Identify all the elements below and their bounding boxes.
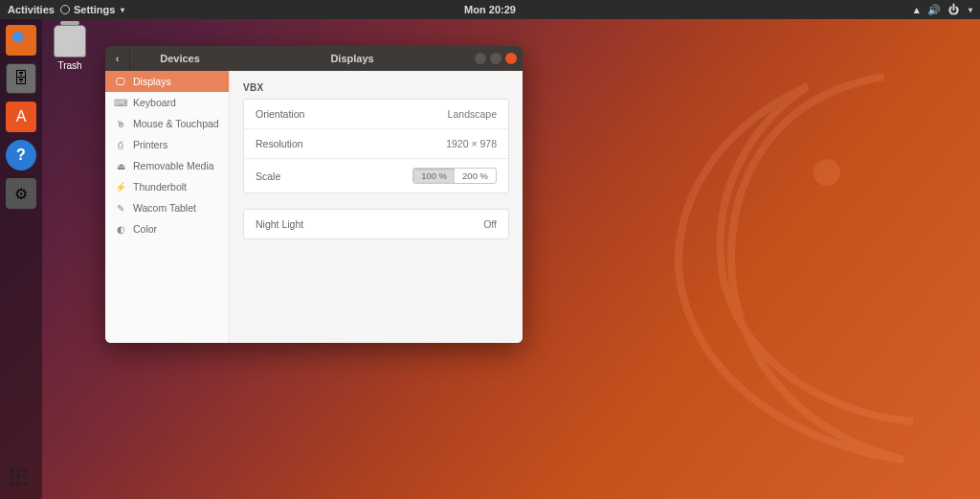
resolution-row[interactable]: Resolution 1920 × 978 bbox=[244, 129, 508, 159]
sidebar-item-label: Mouse & Touchpad bbox=[133, 118, 219, 129]
nightlight-row[interactable]: Night Light Off bbox=[244, 210, 508, 238]
window-title: Displays bbox=[230, 53, 475, 64]
scale-row: Scale 100 %200 % bbox=[244, 159, 508, 193]
trash-icon bbox=[54, 25, 86, 57]
sidebar-item-label: Removable Media bbox=[133, 160, 214, 171]
sidebar-item-displays[interactable]: 🖵Displays bbox=[105, 71, 229, 92]
sidebar-item-color[interactable]: ◐Color bbox=[105, 218, 229, 239]
nightlight-value: Off bbox=[483, 218, 497, 230]
scale-option[interactable]: 200 % bbox=[455, 169, 496, 183]
sidebar-item-printers[interactable]: ⎙Printers bbox=[105, 134, 229, 155]
sidebar-item-label: Displays bbox=[133, 76, 171, 87]
power-icon: ⏻ bbox=[948, 4, 959, 15]
sidebar-item-icon: ⌨ bbox=[115, 97, 126, 108]
launcher-software[interactable]: A bbox=[6, 102, 36, 132]
scale-segmented-control: 100 %200 % bbox=[412, 168, 497, 184]
sidebar-item-wacom-tablet[interactable]: ✎Wacom Tablet bbox=[105, 197, 229, 218]
orientation-row[interactable]: Orientation Landscape bbox=[244, 100, 508, 129]
sidebar-item-icon: ⚡ bbox=[115, 181, 126, 193]
sidebar-item-icon: 🖱 bbox=[115, 118, 126, 129]
sidebar-item-icon: ✎ bbox=[115, 202, 126, 214]
launcher-firefox[interactable] bbox=[6, 25, 36, 56]
sidebar-item-label: Keyboard bbox=[133, 97, 176, 108]
resolution-label: Resolution bbox=[256, 138, 303, 149]
launcher-settings[interactable]: ⚙ bbox=[6, 178, 36, 209]
nightlight-card: Night Light Off bbox=[243, 209, 509, 239]
sidebar-item-label: Wacom Tablet bbox=[133, 202, 196, 214]
chevron-down-icon: ▾ bbox=[121, 6, 124, 14]
sidebar-item-label: Thunderbolt bbox=[133, 181, 187, 193]
orientation-label: Orientation bbox=[256, 108, 304, 120]
sidebar-item-mouse-touchpad[interactable]: 🖱Mouse & Touchpad bbox=[105, 113, 229, 134]
minimize-button[interactable] bbox=[475, 53, 486, 64]
titlebar-section-label: Devices bbox=[130, 53, 230, 64]
launcher-help[interactable]: ? bbox=[6, 140, 36, 170]
sidebar-item-icon: ⏏ bbox=[115, 160, 126, 171]
trash-label: Trash bbox=[54, 60, 86, 71]
orientation-value: Landscape bbox=[448, 108, 497, 120]
svg-point-0 bbox=[813, 159, 840, 186]
show-applications-button[interactable] bbox=[10, 468, 31, 489]
window-titlebar[interactable]: ‹ Devices Displays bbox=[105, 46, 523, 71]
maximize-button[interactable] bbox=[490, 53, 501, 64]
monitor-name: VBX bbox=[243, 82, 509, 93]
gear-icon bbox=[60, 5, 70, 14]
settings-sidebar: 🖵Displays⌨Keyboard🖱Mouse & Touchpad⎙Prin… bbox=[105, 71, 230, 343]
desktop-trash[interactable]: Trash bbox=[54, 25, 86, 71]
sidebar-item-icon: ◐ bbox=[115, 223, 126, 235]
resolution-value: 1920 × 978 bbox=[446, 138, 497, 149]
settings-content: VBX Orientation Landscape Resolution 192… bbox=[230, 71, 523, 343]
sidebar-item-label: Color bbox=[133, 223, 157, 235]
sidebar-item-icon: ⎙ bbox=[115, 139, 126, 150]
wallpaper-bird bbox=[482, 38, 980, 498]
sidebar-item-icon: 🖵 bbox=[115, 76, 126, 87]
scale-label: Scale bbox=[256, 170, 280, 182]
status-area[interactable]: ▴ 🔊 ⏻ ▾ bbox=[914, 4, 972, 16]
settings-window: ‹ Devices Displays 🖵Displays⌨Keyboard🖱Mo… bbox=[105, 46, 523, 343]
clock[interactable]: Mon 20:29 bbox=[464, 4, 516, 15]
app-menu-label: Settings bbox=[74, 4, 115, 15]
display-settings-card: Orientation Landscape Resolution 1920 × … bbox=[243, 99, 509, 193]
sidebar-item-label: Printers bbox=[133, 139, 167, 150]
close-button[interactable] bbox=[505, 53, 517, 64]
chevron-down-icon: ▾ bbox=[969, 6, 972, 14]
network-icon: ▴ bbox=[914, 4, 920, 16]
launcher-dock: 🗄 A ? ⚙ bbox=[0, 19, 42, 499]
sidebar-item-removable-media[interactable]: ⏏Removable Media bbox=[105, 155, 229, 176]
nightlight-label: Night Light bbox=[256, 218, 303, 230]
sound-icon: 🔊 bbox=[927, 4, 941, 16]
activities-button[interactable]: Activities bbox=[8, 4, 55, 15]
desktop: Activities Settings ▾ Mon 20:29 ▴ 🔊 ⏻ ▾ … bbox=[0, 0, 980, 499]
app-menu[interactable]: Settings ▾ bbox=[60, 4, 124, 15]
back-button[interactable]: ‹ bbox=[105, 46, 130, 71]
top-bar: Activities Settings ▾ Mon 20:29 ▴ 🔊 ⏻ ▾ bbox=[0, 0, 980, 19]
sidebar-item-keyboard[interactable]: ⌨Keyboard bbox=[105, 92, 229, 113]
scale-option[interactable]: 100 % bbox=[413, 169, 455, 183]
sidebar-item-thunderbolt[interactable]: ⚡Thunderbolt bbox=[105, 176, 229, 197]
launcher-files[interactable]: 🗄 bbox=[6, 63, 36, 94]
